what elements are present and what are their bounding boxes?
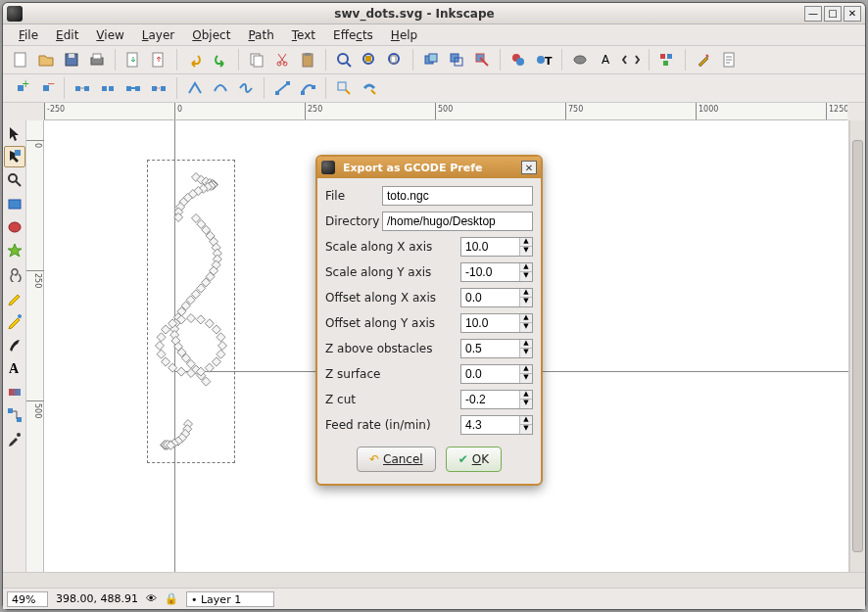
offset-y-spinner[interactable]: ▲▼ — [460, 313, 533, 333]
save-icon[interactable] — [60, 48, 83, 71]
node-delete-icon[interactable]: − — [34, 76, 58, 100]
file-input[interactable] — [382, 186, 533, 206]
minimize-button[interactable]: — — [804, 6, 822, 22]
menu-text[interactable]: Text — [284, 26, 323, 44]
svg-point-13 — [338, 54, 348, 64]
unlink-clone-icon[interactable] — [470, 48, 494, 71]
cut-icon[interactable] — [270, 48, 294, 71]
lock-icon[interactable]: 🔒 — [165, 592, 178, 605]
print-icon[interactable] — [85, 48, 109, 71]
doc-properties-icon[interactable] — [717, 48, 741, 71]
calligraphy-tool-icon[interactable] — [4, 334, 25, 355]
object-to-path-icon[interactable] — [332, 76, 356, 100]
menubar: File Edit View Layer Object Path Text Ef… — [3, 24, 865, 46]
new-file-icon[interactable] — [9, 48, 32, 71]
zoom-drawing-icon[interactable] — [358, 48, 381, 71]
ruler-tick: 500 — [26, 400, 44, 420]
z-cut-spinner[interactable]: ▲▼ — [460, 390, 533, 409]
pencil-tool-icon[interactable] — [4, 287, 25, 308]
node-add-icon[interactable]: + — [9, 76, 32, 100]
menu-edit[interactable]: Edit — [48, 26, 86, 44]
undo-icon[interactable] — [183, 48, 207, 71]
offset-x-label: Offset along X axis — [325, 291, 436, 305]
menu-view[interactable]: View — [88, 26, 131, 44]
bezier-tool-icon[interactable] — [4, 310, 25, 332]
scrollbar-thumb[interactable] — [852, 140, 863, 552]
scale-y-spinner[interactable]: ▲▼ — [460, 262, 533, 282]
menu-object[interactable]: Object — [184, 26, 238, 44]
segment-line-icon[interactable] — [270, 76, 294, 100]
open-file-icon[interactable] — [34, 48, 58, 71]
dialog-titlebar[interactable]: Export as GCODE Prefe ✕ — [317, 157, 541, 178]
node-join-icon[interactable] — [96, 76, 120, 100]
dialog-close-icon[interactable]: ✕ — [521, 161, 537, 174]
rect-tool-icon[interactable] — [4, 193, 25, 214]
svg-rect-48 — [338, 82, 346, 90]
text-properties-icon[interactable]: T — [532, 48, 555, 71]
titlebar[interactable]: swv_dots.svg - Inkscape — □ ✕ — [3, 3, 865, 24]
coords-display: 398.00, 488.91 — [56, 592, 138, 605]
align-icon[interactable] — [655, 48, 679, 71]
node-delete-segment-icon[interactable] — [147, 76, 170, 100]
ruler-vertical[interactable]: 0 250 500 — [26, 120, 44, 572]
segment-curve-icon[interactable] — [296, 76, 319, 100]
group-icon[interactable] — [568, 48, 592, 71]
spin-down-icon[interactable]: ▼ — [520, 247, 532, 256]
dialog-title: Export as GCODE Prefe — [343, 162, 482, 174]
node-cusp-icon[interactable] — [183, 76, 207, 100]
paste-icon[interactable] — [296, 48, 319, 71]
spiral-tool-icon[interactable] — [4, 263, 25, 285]
menu-layer[interactable]: Layer — [134, 26, 182, 44]
clone-icon[interactable] — [445, 48, 468, 71]
connector-tool-icon[interactable] — [4, 404, 25, 426]
dropper-tool-icon[interactable] — [4, 428, 25, 449]
duplicate-icon[interactable] — [419, 48, 443, 71]
maximize-button[interactable]: □ — [824, 6, 842, 22]
node-tool-icon[interactable] — [4, 146, 25, 167]
scale-x-spinner[interactable]: ▲▼ — [460, 237, 533, 257]
layer-selector[interactable]: • Layer 1 — [186, 591, 274, 607]
zoom-fit-icon[interactable] — [332, 48, 356, 71]
z-above-spinner[interactable]: ▲▼ — [460, 339, 533, 358]
node-join-segment-icon[interactable] — [121, 76, 145, 100]
xml-editor-icon[interactable] — [619, 48, 643, 71]
scrollbar-horizontal[interactable] — [3, 572, 865, 588]
zoom-page-icon[interactable] — [383, 48, 407, 71]
fill-stroke-icon[interactable] — [506, 48, 530, 71]
menu-file[interactable]: File — [11, 26, 46, 44]
menu-help[interactable]: Help — [383, 26, 425, 44]
ruler-horizontal[interactable]: -250 0 250 500 750 1000 1250 — [44, 103, 847, 120]
export-icon[interactable] — [147, 48, 170, 71]
preferences-icon[interactable] — [692, 48, 715, 71]
svg-rect-55 — [9, 389, 21, 396]
directory-input[interactable] — [382, 212, 533, 231]
node-break-icon[interactable] — [71, 76, 94, 100]
selector-tool-icon[interactable] — [4, 122, 25, 144]
visibility-icon[interactable]: 👁 — [146, 592, 157, 605]
node-symmetric-icon[interactable] — [234, 76, 258, 100]
star-tool-icon[interactable] — [4, 240, 25, 261]
svg-rect-124 — [217, 333, 225, 342]
copy-icon[interactable] — [245, 48, 268, 71]
ruler-tick: 500 — [435, 103, 453, 120]
menu-effects[interactable]: Effects — [325, 26, 381, 44]
close-button[interactable]: ✕ — [844, 6, 861, 22]
menu-path[interactable]: Path — [240, 26, 281, 44]
ellipse-tool-icon[interactable] — [4, 216, 25, 238]
offset-x-spinner[interactable]: ▲▼ — [460, 288, 533, 307]
node-smooth-icon[interactable] — [209, 76, 232, 100]
ok-button[interactable]: ✔ OK — [446, 447, 502, 472]
text-tool-icon[interactable]: A — [594, 48, 617, 71]
import-icon[interactable] — [121, 48, 145, 71]
feed-rate-spinner[interactable]: ▲▼ — [460, 415, 533, 435]
cancel-button[interactable]: ↶ Cancel — [357, 447, 436, 472]
text-tool-icon[interactable]: A — [4, 357, 25, 379]
stroke-to-path-icon[interactable] — [358, 76, 381, 100]
gradient-tool-icon[interactable] — [4, 381, 25, 402]
zoom-field[interactable]: 49% — [7, 591, 48, 607]
zoom-tool-icon[interactable] — [4, 169, 25, 191]
svg-text:T: T — [545, 55, 553, 68]
redo-icon[interactable] — [209, 48, 232, 71]
scrollbar-vertical[interactable] — [849, 120, 865, 572]
z-surface-spinner[interactable]: ▲▼ — [460, 364, 533, 384]
